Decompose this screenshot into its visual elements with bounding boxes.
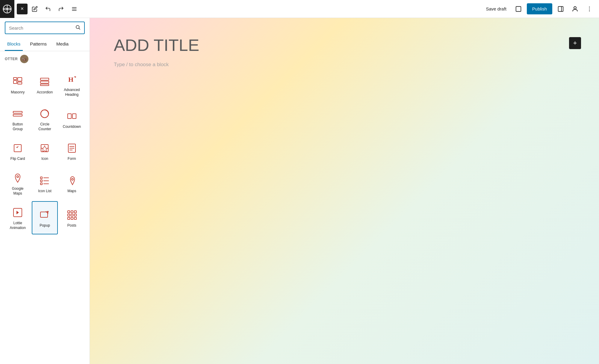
- svg-rect-25: [13, 114, 22, 116]
- form-icon: [66, 142, 78, 154]
- advanced-heading-icon: H: [66, 73, 78, 85]
- publish-button[interactable]: Publish: [527, 3, 552, 14]
- accordion-icon: [39, 76, 51, 88]
- icon-list-icon: [39, 175, 51, 186]
- block-label-masonry: Masonry: [11, 90, 25, 95]
- settings-button[interactable]: [555, 3, 567, 15]
- svg-rect-16: [18, 78, 22, 81]
- svg-rect-28: [72, 114, 76, 119]
- block-item-masonry[interactable]: Masonry: [5, 68, 31, 101]
- svg-rect-18: [40, 78, 49, 80]
- user-button[interactable]: [569, 3, 581, 15]
- block-label-lottie-animation: Lottie Animation: [8, 221, 28, 230]
- block-item-accordion[interactable]: Accordion: [32, 68, 58, 101]
- block-item-icon-list[interactable]: Icon List: [32, 167, 58, 200]
- svg-rect-39: [40, 180, 42, 182]
- block-label-flip-card: Flip Card: [10, 157, 25, 161]
- flip-card-icon: [12, 142, 24, 154]
- block-item-circle-counter[interactable]: Circle Counter: [32, 102, 58, 136]
- maps-icon: [66, 175, 78, 186]
- list-view-icon: [71, 6, 77, 12]
- preview-button[interactable]: [512, 3, 524, 15]
- posts-icon: [66, 209, 78, 221]
- svg-point-9: [589, 7, 590, 7]
- block-label-accordion: Accordion: [37, 90, 53, 95]
- svg-point-43: [72, 178, 73, 180]
- list-view-button[interactable]: [68, 3, 80, 15]
- search-input[interactable]: [9, 25, 73, 31]
- save-draft-button[interactable]: Save draft: [482, 4, 510, 14]
- preview-icon: [515, 6, 522, 12]
- block-item-flip-card[interactable]: Flip Card: [5, 137, 31, 166]
- svg-rect-51: [74, 214, 76, 216]
- svg-rect-37: [40, 177, 42, 179]
- toolbar-left: ×: [14, 3, 83, 15]
- blocks-row-4: Google Maps Icon List: [5, 167, 85, 200]
- svg-rect-50: [71, 214, 73, 216]
- svg-marker-31: [42, 146, 48, 152]
- block-label-popup: Popup: [40, 223, 50, 228]
- edit-button[interactable]: [29, 3, 41, 15]
- masonry-icon: [12, 76, 24, 88]
- svg-rect-20: [40, 84, 49, 86]
- svg-rect-27: [68, 114, 71, 119]
- block-label-google-maps: Google Maps: [8, 186, 28, 196]
- svg-point-10: [589, 8, 590, 9]
- blocks-row-5: Lottie Animation Popup: [5, 201, 85, 234]
- pencil-icon: [32, 6, 38, 12]
- svg-text:H: H: [68, 76, 73, 83]
- block-label-form: Form: [68, 157, 76, 161]
- toolbar-right: Save draft Publish: [479, 3, 599, 15]
- block-item-form[interactable]: Form: [59, 137, 85, 166]
- block-item-maps[interactable]: Maps: [59, 167, 85, 200]
- more-options-button[interactable]: [583, 3, 595, 15]
- block-item-google-maps[interactable]: Google Maps: [5, 167, 31, 200]
- add-block-button[interactable]: +: [569, 37, 581, 49]
- svg-point-12: [76, 25, 79, 29]
- block-item-advanced-heading[interactable]: H Advanced Heading: [59, 68, 85, 101]
- block-label-circle-counter: Circle Counter: [35, 122, 55, 131]
- svg-rect-47: [71, 211, 73, 213]
- svg-rect-41: [40, 183, 42, 185]
- block-placeholder[interactable]: Type / to choose a block: [114, 62, 323, 68]
- toolbar: × Sav: [0, 0, 599, 18]
- circle-counter-icon: [39, 108, 51, 120]
- block-item-button-group[interactable]: Button Group: [5, 102, 31, 136]
- tabs: Blocks Patterns Media: [0, 38, 90, 51]
- search-container: [0, 18, 90, 38]
- otter-avatar: 🦦: [20, 55, 28, 63]
- block-item-posts[interactable]: Posts: [59, 201, 85, 234]
- search-icon[interactable]: [75, 25, 81, 31]
- svg-rect-17: [18, 82, 22, 84]
- svg-rect-15: [13, 81, 17, 84]
- svg-rect-54: [74, 217, 76, 219]
- close-button[interactable]: ×: [17, 4, 28, 14]
- svg-rect-5: [516, 6, 521, 11]
- popup-icon: [39, 209, 51, 221]
- main-layout: Blocks Patterns Media OTTER 🦦: [0, 18, 599, 364]
- undo-button[interactable]: [42, 3, 54, 15]
- blocks-row-3: Flip Card Icon: [5, 137, 85, 166]
- tab-patterns[interactable]: Patterns: [28, 38, 49, 51]
- svg-rect-29: [14, 145, 21, 152]
- lottie-animation-icon: [12, 207, 24, 219]
- block-label-icon: Icon: [41, 157, 48, 161]
- page-title[interactable]: ADD TITLE: [114, 36, 323, 54]
- tab-media[interactable]: Media: [54, 38, 71, 51]
- block-item-icon[interactable]: Icon: [32, 137, 58, 166]
- svg-point-36: [17, 176, 19, 178]
- tab-blocks[interactable]: Blocks: [5, 38, 23, 51]
- more-icon: [586, 6, 593, 12]
- block-label-maps: Maps: [67, 189, 76, 194]
- svg-point-11: [589, 10, 590, 11]
- block-item-countdown[interactable]: Countdown: [59, 102, 85, 136]
- section-label: OTTER: [5, 57, 18, 61]
- google-maps-icon: [12, 172, 24, 184]
- icon-block-icon: [39, 142, 51, 154]
- block-item-lottie-animation[interactable]: Lottie Animation: [5, 201, 31, 234]
- block-label-button-group: Button Group: [8, 122, 28, 131]
- redo-button[interactable]: [55, 3, 67, 15]
- svg-line-13: [79, 28, 80, 29]
- block-item-popup[interactable]: Popup: [32, 201, 58, 234]
- user-icon: [571, 5, 579, 13]
